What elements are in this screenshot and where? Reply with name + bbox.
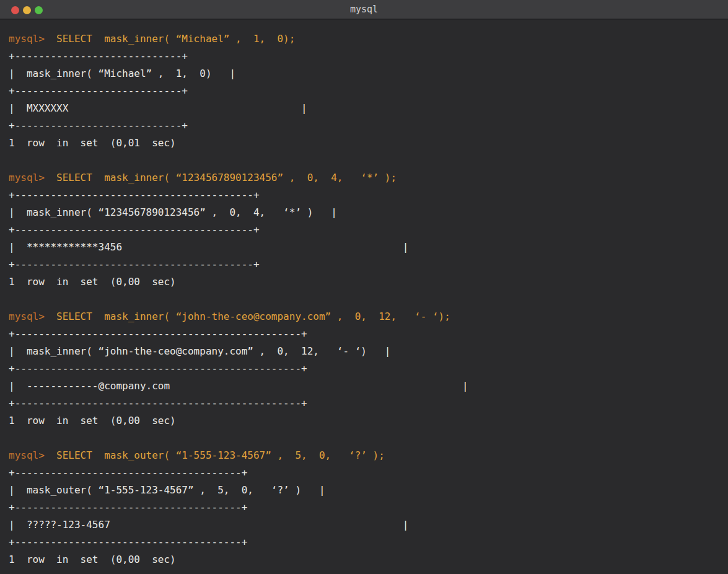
terminal-window: mysql mysql> SELECT mask_inner( “Michael… — [0, 0, 728, 574]
terminal-line: mysql> SELECT mask_inner( “john-the-ceo@… — [9, 308, 722, 325]
terminal-screen[interactable]: mysql> SELECT mask_inner( “Michael” , 1,… — [0, 20, 728, 574]
terminal-line: +---------------------------------------… — [9, 395, 722, 412]
mysql-prompt: mysql> — [9, 33, 45, 45]
command-text: SELECT mask_inner( “1234567890123456” , … — [45, 172, 397, 183]
terminal-line: +----------------------------+ — [9, 82, 722, 100]
terminal-line: +---------------------------------------… — [9, 325, 722, 343]
terminal-line — [9, 430, 722, 447]
window-title: mysql — [0, 4, 728, 15]
terminal-line: 1 row in set (0,00 sec) — [9, 273, 722, 291]
terminal-line: 1 row in set (0,01 sec) — [9, 135, 722, 152]
command-text: SELECT mask_inner( “john-the-ceo@company… — [45, 311, 450, 322]
minimize-button[interactable] — [23, 6, 31, 14]
terminal-line: +--------------------------------------+ — [9, 464, 722, 482]
terminal-line: | MXXXXXX | — [9, 100, 722, 117]
mysql-prompt: mysql> — [9, 311, 45, 322]
terminal-line: +----------------------------+ — [9, 48, 722, 65]
terminal-line: | mask_inner( “1234567890123456” , 0, 4,… — [9, 204, 722, 221]
zoom-button[interactable] — [35, 6, 43, 14]
terminal-line: mysql> SELECT mask_inner( “Michael” , 1,… — [9, 30, 722, 48]
terminal-line: 1 row in set (0,00 sec) — [9, 551, 722, 568]
mysql-prompt: mysql> — [9, 172, 45, 183]
terminal-line: | ?????-123-4567 | — [9, 516, 722, 534]
terminal-line — [9, 152, 722, 169]
mysql-prompt: mysql> — [9, 449, 45, 461]
terminal-line: +----------------------------+ — [9, 117, 722, 135]
window-controls — [11, 0, 43, 20]
command-text: SELECT mask_outer( “1-555-123-4567” , 5,… — [45, 449, 385, 461]
terminal-line: | mask_outer( “1-555-123-4567” , 5, 0, ‘… — [9, 482, 722, 499]
terminal-line: +---------------------------------------… — [9, 221, 722, 239]
terminal-line: mysql> SELECT mask_inner( “1234567890123… — [9, 169, 722, 187]
terminal-line: | ************3456 | — [9, 239, 722, 256]
terminal-line: | mask_inner( “Michael” , 1, 0) | — [9, 65, 722, 82]
titlebar[interactable]: mysql — [0, 0, 728, 20]
command-text: SELECT mask_inner( “Michael” , 1, 0); — [45, 33, 296, 45]
close-button[interactable] — [11, 6, 19, 14]
terminal-line: +---------------------------------------… — [9, 360, 722, 378]
terminal-line: | mask_inner( “john-the-ceo@company.com”… — [9, 343, 722, 360]
terminal-line: +---------------------------------------… — [9, 256, 722, 273]
terminal-line: 1 row in set (0,00 sec) — [9, 412, 722, 430]
terminal-line: | ------------@company.com | — [9, 378, 722, 395]
terminal-line: +--------------------------------------+ — [9, 499, 722, 516]
terminal-line: +--------------------------------------+ — [9, 534, 722, 551]
terminal-line: mysql> SELECT mask_outer( “1-555-123-456… — [9, 447, 722, 464]
terminal-line: +---------------------------------------… — [9, 187, 722, 204]
terminal-line — [9, 291, 722, 308]
